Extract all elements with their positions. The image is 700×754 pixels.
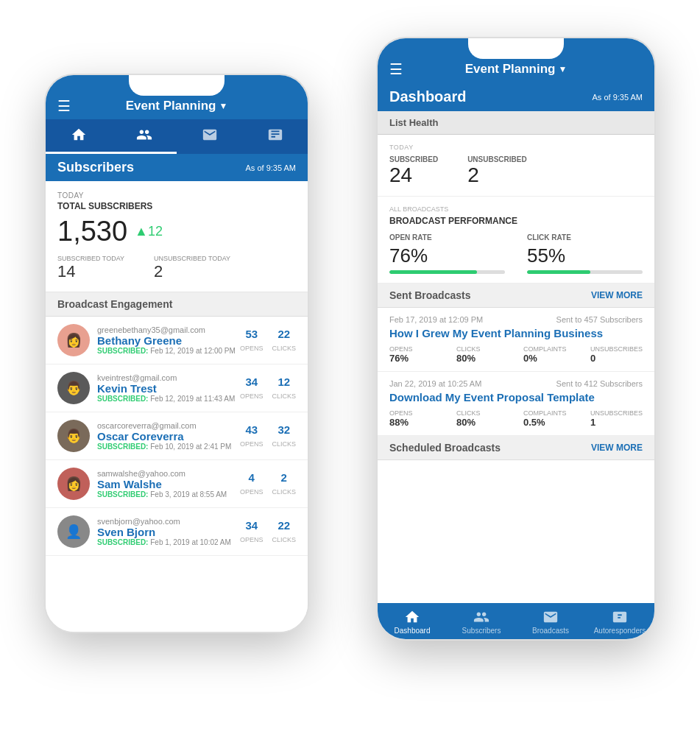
sub-metrics: 34 OPENS 22 CLICKS — [240, 519, 296, 545]
title-arrow-right[interactable]: ▼ — [558, 64, 567, 74]
opens-label: OPENS — [240, 536, 264, 543]
clicks-metric: 22 CLICKS — [272, 328, 296, 353]
bstat-complaints-val: 0.5% — [523, 417, 576, 428]
sub-email: kveintrest@gmail.com — [97, 373, 240, 382]
subscribed-label: SUBSCRIBED: — [97, 395, 148, 403]
engagement-band: Broadcast Engagement — [46, 292, 308, 317]
today-label: TODAY — [57, 191, 296, 200]
all-broadcasts-label: ALL BROADCASTS — [389, 205, 643, 213]
broadcast-stats: OPENS 76% CLICKS 80% COMPLAINTS 0% UNSUB… — [389, 345, 643, 364]
opens-label: OPENS — [240, 392, 264, 400]
sub-info: greenebethany35@gmail.com Bethany Greene… — [97, 325, 240, 355]
opens-num: 34 — [240, 519, 264, 532]
app-title-left: Event Planning — [126, 99, 216, 113]
subscriber-row[interactable]: 👩 samwalshe@yahoo.com Sam Walshe SUBSCRI… — [46, 460, 308, 508]
opens-metric: 34 OPENS — [240, 519, 264, 545]
clicks-num: 22 — [272, 519, 296, 532]
broadcast-title[interactable]: Download My Event Proposal Template — [389, 391, 643, 404]
subscriber-row[interactable]: 👨 oscarcoreverra@gmail.com Oscar Corever… — [46, 412, 308, 460]
broadcast-title[interactable]: How I Grew My Event Planning Business — [389, 327, 643, 339]
avatar: 👩 — [57, 468, 90, 500]
bstat-unsubs-val: 1 — [590, 417, 643, 428]
avatar: 👩 — [57, 324, 90, 356]
sub-stats: SUBSCRIBED TODAY 14 UNSUBSCRIBED TODAY 2 — [57, 255, 296, 281]
view-more-sent[interactable]: VIEW MORE — [591, 290, 643, 300]
content-right: List Health TODAY SUBSCRIBED 24 UNSUBSCR… — [378, 111, 654, 603]
open-rate-label: OPEN RATE — [389, 233, 505, 242]
subscribed-label: SUBSCRIBED: — [97, 443, 148, 451]
hamburger-icon-right[interactable]: ☰ — [389, 60, 403, 78]
bstat-unsubs: UNSUBSCRIBES 0 — [590, 345, 643, 364]
unsubscribed-item: UNSUBSCRIBED 2 — [467, 155, 527, 187]
broadcast-item[interactable]: Feb 17, 2019 at 12:09 PM Sent to 457 Sub… — [378, 308, 654, 372]
bstat-complaints-val: 0% — [523, 353, 576, 364]
subscriber-row[interactable]: 👨 kveintrest@gmail.com Kevin Trest SUBSC… — [46, 364, 308, 412]
bstat-unsubs-val: 0 — [590, 353, 643, 364]
clicks-num: 32 — [272, 423, 296, 436]
date-val: Feb 12, 2019 at 11:43 AM — [150, 395, 235, 403]
date-val: Feb 1, 2019 at 10:02 AM — [150, 538, 231, 546]
section-header-left: Subscribers As of 9:35 AM — [46, 154, 308, 181]
bstat-complaints: COMPLAINTS 0.5% — [523, 409, 576, 428]
sub-name: Sam Walshe — [97, 478, 240, 490]
subscriber-row[interactable]: 👩 greenebethany35@gmail.com Bethany Gree… — [46, 317, 308, 364]
today-label-right: TODAY — [389, 144, 643, 151]
bottom-nav-label: Subscribers — [462, 627, 501, 635]
bottom-nav-broadcasts[interactable]: Broadcasts — [516, 603, 585, 639]
bstat-opens: OPENS 76% — [389, 345, 442, 364]
total-val: 1,530 — [57, 216, 127, 247]
avatar: 👨 — [57, 372, 90, 404]
unsubscribed-today-stat: UNSUBSCRIBED TODAY 2 — [154, 255, 230, 281]
subscribed-num: 24 — [389, 163, 438, 187]
stats-block: TODAY TOTAL SUBSCRIBERS 1,530 ▲12 SUBSCR… — [46, 181, 308, 292]
bottom-nav-home[interactable]: Dashboard — [378, 603, 447, 639]
opens-label: OPENS — [240, 345, 264, 352]
date-val: Feb 12, 2019 at 12:00 PM — [150, 347, 236, 355]
hamburger-icon[interactable]: ☰ — [57, 97, 71, 115]
opens-label: OPENS — [240, 440, 264, 448]
nav-tab-home[interactable] — [46, 119, 111, 154]
broadcast-meta: Jan 22, 2019 at 10:25 AM Sent to 412 Sub… — [389, 379, 643, 388]
open-rate-bar — [389, 270, 505, 274]
sub-date: SUBSCRIBED: Feb 12, 2019 at 12:00 PM — [97, 347, 240, 355]
subscriber-row[interactable]: 👤 svenbjorn@yahoo.com Sven Bjorn SUBSCRI… — [46, 508, 308, 556]
title-arrow-left[interactable]: ▼ — [219, 101, 227, 111]
nav-tab-mail[interactable] — [177, 119, 242, 154]
sub-info: svenbjorn@yahoo.com Sven Bjorn SUBSCRIBE… — [97, 517, 240, 546]
bstat-opens-label: OPENS — [389, 409, 442, 417]
bstat-complaints-label: COMPLAINTS — [523, 345, 576, 353]
unsubscribed-today-val: 2 — [154, 262, 230, 281]
open-rate-fill — [389, 270, 477, 274]
bstat-opens-label: OPENS — [389, 345, 442, 353]
opens-metric: 34 OPENS — [240, 376, 264, 401]
broadcast-sent-to: Sent to 457 Subscribers — [556, 315, 643, 324]
bottom-nav-subscribers[interactable]: Subscribers — [447, 603, 516, 639]
bstat-unsubs-label: UNSUBSCRIBES — [590, 345, 643, 353]
timestamp-left: As of 9:35 AM — [246, 163, 296, 172]
bstat-clicks-label: CLICKS — [456, 409, 509, 417]
click-rate-val: 55% — [527, 244, 643, 267]
broadcast-item[interactable]: Jan 22, 2019 at 10:25 AM Sent to 412 Sub… — [378, 372, 654, 436]
scheduled-header: Scheduled Broadcasts VIEW MORE — [378, 436, 654, 460]
bstat-opens-val: 76% — [389, 353, 442, 364]
content-left: TODAY TOTAL SUBSCRIBERS 1,530 ▲12 SUBSCR… — [46, 181, 308, 632]
bottom-nav-autoresponders[interactable]: Autoresponders — [585, 603, 654, 639]
dash-section-header: Dashboard As of 9:35 AM — [378, 82, 654, 111]
nav-tab-campaigns[interactable] — [242, 119, 308, 154]
view-more-scheduled[interactable]: VIEW MORE — [591, 443, 643, 453]
unsubscribed-today-label: UNSUBSCRIBED TODAY — [154, 255, 230, 262]
sub-email: oscarcoreverra@gmail.com — [97, 421, 240, 430]
bottom-nav-label: Dashboard — [395, 627, 431, 635]
clicks-num: 2 — [272, 471, 296, 484]
nav-tab-subscribers[interactable] — [111, 119, 177, 154]
app-title-right: Event Planning — [465, 62, 556, 77]
subscribed-label: SUBSCRIBED: — [97, 490, 148, 498]
opens-num: 53 — [240, 328, 264, 340]
scene: ☰ Event Planning ▼ — [0, 0, 700, 754]
sub-info: kveintrest@gmail.com Kevin Trest SUBSCRI… — [97, 373, 240, 403]
bstat-complaints: COMPLAINTS 0% — [523, 345, 576, 364]
avatar: 👨 — [57, 420, 90, 452]
opens-num: 4 — [240, 471, 264, 484]
sub-date: SUBSCRIBED: Feb 12, 2019 at 11:43 AM — [97, 395, 240, 403]
clicks-label: CLICKS — [272, 392, 296, 400]
